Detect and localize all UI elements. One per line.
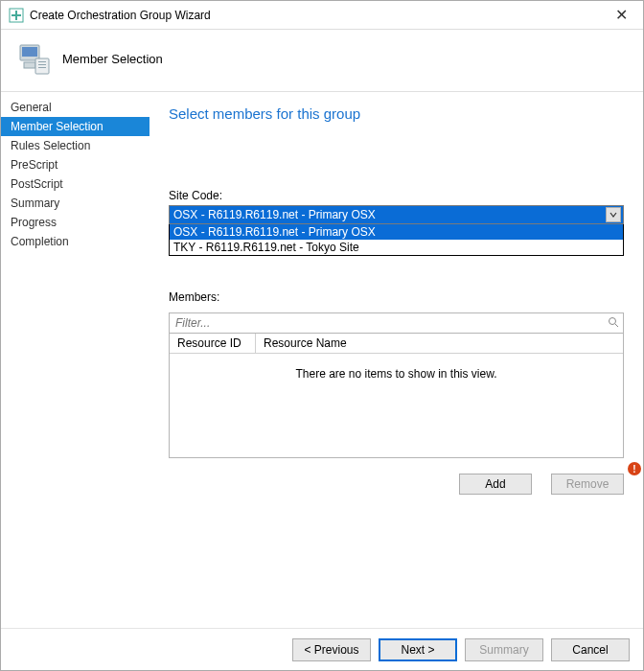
members-grid: Resource ID Resource Name There are no i… <box>169 334 624 458</box>
header-title: Member Selection <box>62 52 163 66</box>
svg-point-10 <box>610 317 616 324</box>
members-label: Members: <box>169 290 624 304</box>
add-button[interactable]: Add <box>459 474 532 495</box>
sidebar-item-prescript[interactable]: PreScript <box>1 155 150 174</box>
grid-header: Resource ID Resource Name <box>170 334 623 354</box>
close-button[interactable]: ✕ <box>607 6 635 24</box>
remove-button[interactable]: Remove <box>551 474 624 495</box>
previous-button[interactable]: < Previous <box>292 638 371 661</box>
sidebar: General Member Selection Rules Selection… <box>1 92 150 628</box>
cancel-button[interactable]: Cancel <box>551 638 630 661</box>
filter-input[interactable] <box>170 314 604 332</box>
site-code-option[interactable]: OSX - R6119.R6119.net - Primary OSX <box>170 224 623 240</box>
svg-rect-7 <box>38 61 46 62</box>
body: General Member Selection Rules Selection… <box>1 91 643 628</box>
titlebar: Create Orchestration Group Wizard ✕ <box>1 1 643 30</box>
site-code-selected[interactable]: OSX - R6119.R6119.net - Primary OSX <box>169 205 624 224</box>
site-code-dropdown-list: OSX - R6119.R6119.net - Primary OSX TKY … <box>169 224 624 256</box>
chevron-down-icon[interactable] <box>606 207 621 222</box>
svg-rect-4 <box>22 47 37 57</box>
main-panel: Select members for this group Site Code:… <box>150 92 643 628</box>
sidebar-item-postscript[interactable]: PostScript <box>1 174 150 194</box>
sidebar-item-general[interactable]: General <box>1 98 150 117</box>
sidebar-item-member-selection[interactable]: Member Selection <box>1 117 150 136</box>
wizard-window: Create Orchestration Group Wizard ✕ Memb… <box>0 0 644 671</box>
sidebar-item-rules-selection[interactable]: Rules Selection <box>1 136 150 155</box>
window-title: Create Orchestration Group Wizard <box>30 9 607 22</box>
sidebar-item-completion[interactable]: Completion <box>1 232 150 251</box>
grid-empty-text: There are no items to show in this view. <box>170 354 623 457</box>
filter-row <box>169 312 624 334</box>
sidebar-item-summary[interactable]: Summary <box>1 194 150 213</box>
svg-rect-5 <box>24 62 35 68</box>
member-buttons: Add Remove <box>169 474 624 495</box>
summary-button[interactable]: Summary <box>465 638 543 661</box>
app-icon <box>9 8 24 23</box>
sidebar-item-progress[interactable]: Progress <box>1 213 150 232</box>
site-code-selected-text: OSX - R6119.R6119.net - Primary OSX <box>173 208 376 221</box>
search-icon[interactable] <box>604 316 623 331</box>
svg-line-11 <box>615 324 618 327</box>
warning-icon: ! <box>628 462 641 475</box>
header: Member Selection <box>1 30 643 91</box>
svg-rect-8 <box>38 64 46 65</box>
site-code-combo[interactable]: OSX - R6119.R6119.net - Primary OSX OSX … <box>169 205 624 256</box>
svg-rect-6 <box>35 58 49 74</box>
site-code-option[interactable]: TKY - R6119.R6119.net - Tokyo Site <box>170 240 623 255</box>
svg-rect-2 <box>15 11 17 20</box>
site-code-label: Site Code: <box>169 189 624 202</box>
next-button[interactable]: Next > <box>379 638 457 661</box>
svg-rect-9 <box>38 67 46 68</box>
wizard-icon <box>14 39 53 78</box>
column-resource-id[interactable]: Resource ID <box>170 334 256 353</box>
page-title: Select members for this group <box>169 105 624 122</box>
column-resource-name[interactable]: Resource Name <box>256 334 623 353</box>
footer: < Previous Next > Summary Cancel <box>1 628 643 670</box>
